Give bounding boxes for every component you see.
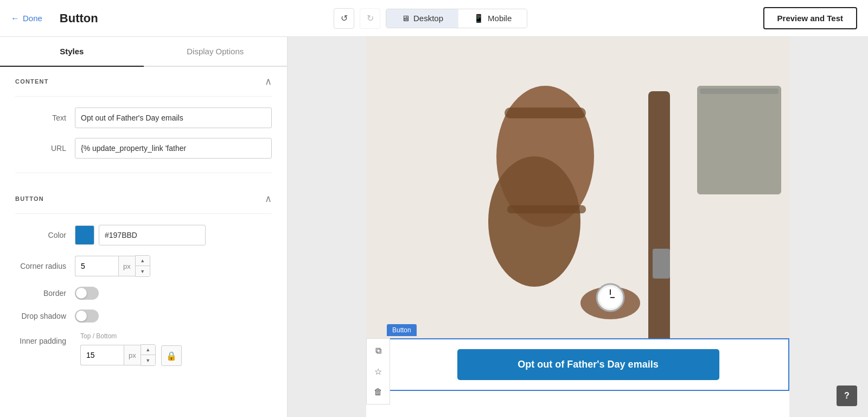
done-label: Done bbox=[23, 14, 42, 23]
color-label: Color bbox=[15, 231, 75, 239]
desktop-label: Desktop bbox=[413, 14, 443, 23]
content-collapse-button[interactable]: ∧ bbox=[265, 75, 272, 87]
preview-area: ⧉ ☆ 🗑 Button Opt out of Father's Day ema… bbox=[288, 37, 868, 417]
url-field-row: URL bbox=[15, 138, 272, 159]
help-button[interactable]: ? bbox=[837, 386, 857, 406]
svg-rect-8 bbox=[700, 89, 778, 94]
url-input[interactable] bbox=[75, 138, 272, 159]
corner-radius-spinner: px ▲ ▼ bbox=[75, 255, 150, 277]
top-bar: ← Done Button ↺ ↻ 🖥 Desktop 📱 Mobile Pre… bbox=[0, 0, 868, 37]
corner-radius-down[interactable]: ▼ bbox=[136, 266, 150, 276]
corner-radius-unit: px bbox=[118, 256, 135, 276]
left-panel: Styles Display Options CONTENT ∧ Text UR… bbox=[0, 37, 288, 417]
side-tools: ⧉ ☆ 🗑 bbox=[366, 338, 390, 405]
flatlay-svg bbox=[366, 37, 789, 338]
preview-button-section: ⧉ ☆ 🗑 Button Opt out of Father's Day ema… bbox=[366, 338, 789, 391]
view-toggle: 🖥 Desktop 📱 Mobile bbox=[386, 9, 527, 28]
top-bar-left: ← Done Button bbox=[11, 11, 98, 26]
drop-shadow-toggle[interactable] bbox=[75, 309, 99, 323]
svg-rect-3 bbox=[505, 108, 586, 118]
preview-cta-button[interactable]: Opt out of Father's Day emails bbox=[457, 349, 719, 380]
color-field bbox=[75, 225, 206, 245]
border-toggle-thumb bbox=[76, 288, 87, 299]
border-label: Border bbox=[15, 289, 75, 298]
drop-shadow-toggle-thumb bbox=[76, 311, 87, 321]
svg-rect-6 bbox=[653, 249, 670, 279]
lock-button[interactable]: 🔒 bbox=[161, 345, 182, 366]
color-field-row: Color bbox=[15, 225, 272, 245]
inner-padding-label: Inner padding bbox=[15, 332, 75, 345]
page-title: Button bbox=[60, 11, 98, 26]
corner-radius-arrows: ▲ ▼ bbox=[135, 255, 150, 277]
border-field-row: Border bbox=[15, 287, 272, 300]
favorite-tool-button[interactable]: ☆ bbox=[368, 362, 388, 381]
desktop-view-button[interactable]: 🖥 Desktop bbox=[386, 9, 458, 28]
flatlay-background bbox=[366, 37, 789, 338]
top-bar-center: ↺ ↻ 🖥 Desktop 📱 Mobile bbox=[334, 8, 527, 29]
inner-padding-unit: px bbox=[124, 345, 141, 365]
text-input[interactable] bbox=[75, 108, 272, 128]
svg-rect-4 bbox=[507, 205, 586, 213]
svg-rect-7 bbox=[697, 86, 781, 194]
tab-display-options[interactable]: Display Options bbox=[144, 37, 288, 66]
button-collapse-button[interactable]: ∧ bbox=[265, 193, 272, 205]
email-preview: ⧉ ☆ 🗑 Button Opt out of Father's Day ema… bbox=[366, 37, 789, 417]
content-section-header: CONTENT ∧ bbox=[15, 67, 272, 97]
color-hex-input[interactable] bbox=[99, 225, 206, 245]
inner-padding-row: Inner padding Top / Bottom px ▲ ▼ 🔒 bbox=[15, 332, 272, 366]
mobile-view-button[interactable]: 📱 Mobile bbox=[458, 9, 527, 28]
corner-radius-up[interactable]: ▲ bbox=[136, 256, 150, 266]
content-section-label: CONTENT bbox=[15, 78, 49, 85]
button-section-label: BUTTON bbox=[15, 195, 44, 202]
inner-padding-input[interactable] bbox=[80, 345, 124, 365]
button-section: BUTTON ∧ Color Corner radius px ▲ bbox=[0, 184, 287, 376]
border-toggle[interactable] bbox=[75, 287, 99, 300]
mobile-label: Mobile bbox=[488, 14, 512, 23]
done-link[interactable]: ← Done bbox=[11, 14, 42, 23]
main-layout: Styles Display Options CONTENT ∧ Text UR… bbox=[0, 37, 868, 417]
inner-padding-sublabel: Top / Bottom bbox=[80, 332, 156, 340]
drop-shadow-field-row: Drop shadow bbox=[15, 309, 272, 323]
inner-padding-up[interactable]: ▲ bbox=[141, 345, 155, 355]
preview-test-button[interactable]: Preview and Test bbox=[763, 7, 857, 29]
inner-padding-fields: Top / Bottom px ▲ ▼ bbox=[80, 332, 156, 366]
tab-styles[interactable]: Styles bbox=[0, 37, 144, 66]
corner-radius-field-row: Corner radius px ▲ ▼ bbox=[15, 255, 272, 277]
url-field-label: URL bbox=[15, 144, 75, 153]
inner-padding-arrows: ▲ ▼ bbox=[141, 344, 156, 366]
color-swatch[interactable] bbox=[75, 225, 94, 245]
section-divider bbox=[15, 173, 272, 173]
corner-radius-label: Corner radius bbox=[15, 262, 75, 270]
delete-tool-button[interactable]: 🗑 bbox=[368, 382, 388, 402]
mobile-icon: 📱 bbox=[474, 14, 484, 23]
svg-rect-5 bbox=[648, 91, 670, 338]
tabs: Styles Display Options bbox=[0, 37, 287, 67]
preview-button-wrapper: Opt out of Father's Day emails bbox=[387, 338, 789, 391]
corner-radius-input[interactable] bbox=[75, 256, 118, 276]
inner-padding-spinner: px ▲ ▼ bbox=[80, 344, 156, 366]
drop-shadow-label: Drop shadow bbox=[15, 312, 75, 320]
content-section: CONTENT ∧ Text URL bbox=[0, 67, 287, 168]
text-field-row: Text bbox=[15, 108, 272, 128]
inner-padding-down[interactable]: ▼ bbox=[141, 355, 155, 365]
help-icon: ? bbox=[844, 391, 850, 401]
undo-button[interactable]: ↺ bbox=[334, 8, 354, 29]
redo-button[interactable]: ↻ bbox=[360, 8, 380, 29]
preview-image-area bbox=[366, 37, 789, 338]
button-tag: Button bbox=[387, 324, 417, 336]
desktop-icon: 🖥 bbox=[401, 14, 410, 23]
text-field-label: Text bbox=[15, 113, 75, 122]
back-arrow-icon: ← bbox=[11, 14, 20, 23]
duplicate-tool-button[interactable]: ⧉ bbox=[368, 341, 388, 361]
svg-point-2 bbox=[488, 156, 580, 287]
button-section-header: BUTTON ∧ bbox=[15, 184, 272, 214]
